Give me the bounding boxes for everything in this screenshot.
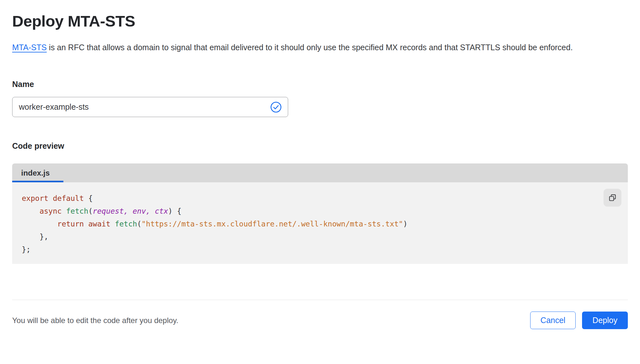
page-title: Deploy MTA-STS bbox=[12, 12, 628, 30]
deploy-note: You will be able to edit the code after … bbox=[12, 316, 178, 325]
deploy-mta-sts-page: Deploy MTA-STS MTA-STS is an RFC that al… bbox=[0, 12, 640, 329]
deploy-button[interactable]: Deploy bbox=[582, 312, 628, 329]
copy-icon bbox=[608, 194, 617, 202]
name-label: Name bbox=[12, 80, 628, 89]
code-content: export default { async fetch(request, en… bbox=[22, 192, 628, 256]
code-preview-card: index.js export default { async fetch(re… bbox=[12, 163, 628, 264]
cancel-button[interactable]: Cancel bbox=[530, 312, 576, 329]
code-tab-bar: index.js bbox=[12, 163, 628, 182]
name-input-wrap bbox=[12, 97, 288, 117]
check-circle-icon bbox=[270, 101, 282, 113]
footer-divider bbox=[12, 300, 628, 300]
name-input[interactable] bbox=[12, 97, 288, 117]
footer-actions: Cancel Deploy bbox=[530, 312, 628, 329]
code-preview-label: Code preview bbox=[12, 141, 628, 151]
description-text: is an RFC that allows a domain to signal… bbox=[47, 43, 573, 52]
copy-code-button[interactable] bbox=[604, 189, 621, 207]
code-editor-area: export default { async fetch(request, en… bbox=[12, 182, 628, 264]
mta-sts-link[interactable]: MTA-STS bbox=[12, 43, 47, 52]
tab-index-js[interactable]: index.js bbox=[12, 163, 63, 182]
tab-label: index.js bbox=[21, 169, 50, 178]
description: MTA-STS is an RFC that allows a domain t… bbox=[12, 40, 617, 55]
footer: You will be able to edit the code after … bbox=[12, 312, 628, 329]
